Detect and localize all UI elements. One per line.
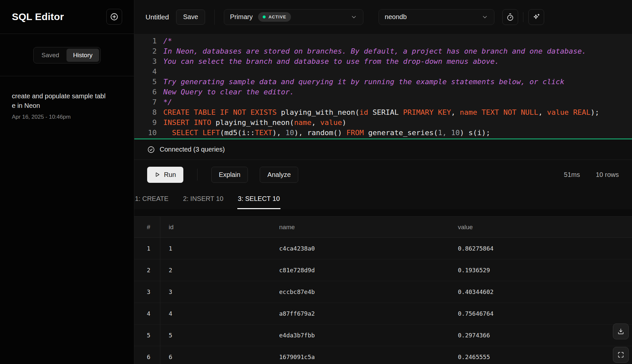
- line-number: 7: [134, 97, 157, 107]
- line-number: 5: [134, 77, 157, 87]
- code-line: 9INSERT INTO playing_with_neon(name, val…: [134, 117, 632, 128]
- table-cell: 0.2974366: [449, 325, 632, 346]
- explain-button[interactable]: Explain: [211, 167, 248, 183]
- app-title: SQL Editor: [12, 11, 64, 22]
- code-line: 2In Neon, databases are stored on branch…: [134, 46, 632, 56]
- table-cell: e4da3b7fbb: [271, 325, 449, 346]
- query-duration: 51ms: [564, 171, 580, 179]
- table-cell: 6: [160, 346, 271, 364]
- database-name: neondb: [385, 13, 407, 21]
- download-icon: [617, 328, 624, 335]
- run-label: Run: [164, 171, 176, 179]
- line-content: /*: [163, 36, 172, 46]
- results-panel: #idnamevalue 11c4ca4238a00.8627586422c81…: [134, 216, 632, 364]
- database-dropdown[interactable]: neondb: [379, 9, 494, 25]
- line-number: 2: [134, 46, 157, 56]
- branch-status: ACTIVE: [269, 14, 286, 19]
- branch-status-badge: ACTIVE: [258, 12, 291, 22]
- run-button[interactable]: Run: [147, 167, 183, 183]
- table-cell: eccbc87e4b: [271, 281, 449, 303]
- status-dot-icon: [263, 15, 266, 18]
- query-metrics: 51ms 10 rows: [564, 171, 619, 179]
- timer-icon: [506, 13, 514, 21]
- column-header: name: [271, 217, 449, 238]
- result-tab[interactable]: 1: CREATE: [134, 189, 169, 209]
- column-header: #: [134, 217, 160, 238]
- history-item[interactable]: create and populate sample table in Neon…: [12, 91, 122, 120]
- save-button[interactable]: Save: [176, 10, 205, 25]
- line-content: CREATE TABLE IF NOT EXISTS playing_with_…: [163, 107, 599, 117]
- query-history-button[interactable]: [502, 9, 518, 25]
- table-cell: 5: [134, 325, 160, 346]
- table-cell: 1: [160, 238, 271, 259]
- topbar-divider: [214, 10, 215, 25]
- connection-status-bar: Connected (3 queries): [134, 139, 632, 160]
- line-number: 10: [134, 128, 157, 138]
- app: SQL Editor SavedHistory create and popul…: [0, 0, 632, 364]
- result-tab[interactable]: 2: INSERT 10: [182, 189, 224, 209]
- history-item-title: create and populate sample table in Neon: [12, 91, 108, 110]
- results-body: 11c4ca4238a00.8627586422c81e728d9d0.1936…: [134, 238, 632, 364]
- code-line: 10 SELECT LEFT(md5(i::TEXT), 10), random…: [134, 128, 632, 138]
- result-tabs: 1: CREATE2: INSERT 103: SELECT 10: [134, 189, 632, 209]
- query-title: Untitled: [145, 13, 169, 21]
- sidebar-tab-saved[interactable]: Saved: [35, 49, 66, 62]
- results-table: #idnamevalue 11c4ca4238a00.8627586422c81…: [134, 216, 632, 364]
- check-circle-icon: [147, 146, 155, 154]
- line-content: New Query to clear the editor.: [163, 87, 294, 97]
- line-number: 8: [134, 107, 157, 117]
- table-cell: 0.2465555: [449, 346, 632, 364]
- table-cell: 0.75646764: [449, 303, 632, 325]
- table-cell: 2: [134, 259, 160, 281]
- expand-results-button[interactable]: [613, 347, 629, 363]
- history-item-date: Apr 16, 2025 - 10:46pm: [12, 114, 122, 120]
- line-content: SELECT LEFT(md5(i::TEXT), 10), random() …: [163, 128, 490, 138]
- result-tab[interactable]: 3: SELECT 10: [237, 189, 280, 209]
- connection-status-text: Connected (3 queries): [160, 146, 225, 153]
- topbar-icon-divider: [523, 12, 523, 22]
- table-cell: 0.1936529: [449, 259, 632, 281]
- table-row: 33eccbc87e4b0.40344602: [134, 281, 632, 303]
- code-lines: 1/*2In Neon, databases are stored on bra…: [134, 36, 632, 138]
- line-content: In Neon, databases are stored on branche…: [163, 46, 586, 56]
- sidebar: SQL Editor SavedHistory create and popul…: [0, 0, 134, 364]
- analyze-button[interactable]: Analyze: [260, 167, 298, 183]
- actions-divider: [197, 169, 198, 181]
- download-results-button[interactable]: [613, 324, 629, 339]
- code-line: 4: [134, 66, 632, 77]
- line-number: 4: [134, 66, 157, 77]
- code-line: 1/*: [134, 36, 632, 46]
- branch-dropdown[interactable]: Primary ACTIVE: [224, 9, 363, 25]
- table-cell: 4: [160, 303, 271, 325]
- table-cell: a87ff679a2: [271, 303, 449, 325]
- table-cell: c4ca4238a0: [271, 238, 449, 259]
- table-row: 55e4da3b7fbb0.2974366: [134, 325, 632, 346]
- fullscreen-icon: [617, 351, 624, 358]
- table-cell: 5: [160, 325, 271, 346]
- column-header: value: [449, 217, 632, 238]
- line-content: You can select the branch and database t…: [163, 56, 499, 66]
- line-number: 9: [134, 117, 157, 128]
- line-number: 3: [134, 56, 157, 66]
- table-cell: 1: [134, 238, 160, 259]
- ai-assist-button[interactable]: [528, 9, 544, 25]
- line-content: INSERT INTO playing_with_neon(name, valu…: [163, 117, 346, 128]
- topbar: Untitled Save Primary ACTIVE neondb: [134, 0, 632, 34]
- column-header: id: [160, 217, 271, 238]
- table-row: 22c81e728d9d0.1936529: [134, 259, 632, 281]
- code-line: 7*/: [134, 97, 632, 107]
- table-cell: 3: [134, 281, 160, 303]
- main-panel: Untitled Save Primary ACTIVE neondb: [134, 0, 632, 364]
- sparkles-icon: [532, 13, 540, 21]
- table-row: 44a87ff679a20.75646764: [134, 303, 632, 325]
- sql-editor[interactable]: 1/*2In Neon, databases are stored on bra…: [134, 34, 632, 138]
- sidebar-tab-history[interactable]: History: [66, 49, 99, 62]
- query-row-count: 10 rows: [596, 171, 619, 179]
- table-row: 661679091c5a0.2465555: [134, 346, 632, 364]
- table-cell: c81e728d9d: [271, 259, 449, 281]
- new-query-button[interactable]: [106, 9, 122, 25]
- table-cell: 4: [134, 303, 160, 325]
- sidebar-tabs-section: SavedHistory: [0, 34, 134, 76]
- code-line: 5Try generating sample data and querying…: [134, 77, 632, 87]
- branch-name: Primary: [230, 13, 253, 21]
